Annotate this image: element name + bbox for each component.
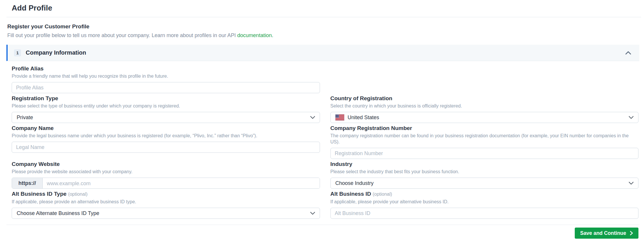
company-registration-number-helper: The company registration number can be f… bbox=[330, 133, 639, 145]
field-alt-business-id: Alt Business ID (optional) If applicable… bbox=[330, 190, 639, 219]
field-country-of-registration: Country of Registration Select the count… bbox=[330, 95, 639, 123]
company-website-input[interactable] bbox=[43, 178, 320, 189]
profile-alias-input[interactable] bbox=[12, 82, 320, 93]
footer-actions: Save and Continue bbox=[0, 225, 644, 239]
field-industry: Industry Please select the industry that… bbox=[330, 161, 639, 189]
us-flag-icon bbox=[335, 115, 344, 120]
company-registration-number-label: Company Registration Number bbox=[330, 125, 639, 131]
field-alt-business-id-type: Alt Business ID Type (optional) If appli… bbox=[12, 190, 320, 219]
industry-helper: Please select the industry that best fit… bbox=[330, 169, 639, 175]
optional-tag: (optional) bbox=[68, 192, 88, 197]
alt-business-id-type-select[interactable]: Choose Alternate Business ID Type bbox=[12, 208, 320, 219]
alt-business-id-label: Alt Business ID (optional) bbox=[330, 190, 639, 197]
alt-business-id-helper: If applicable, please provide your alter… bbox=[330, 199, 639, 205]
company-name-input[interactable] bbox=[12, 142, 320, 153]
profile-alias-label: Profile Alias bbox=[12, 65, 320, 72]
save-button-label: Save and Continue bbox=[580, 230, 626, 236]
title-divider bbox=[6, 17, 641, 17]
chevron-up-icon[interactable] bbox=[625, 51, 631, 55]
intro-description: Fill out your profile below to tell us m… bbox=[7, 32, 237, 38]
field-company-name: Company Name Provide the legal business … bbox=[12, 125, 320, 159]
chevron-down-icon bbox=[629, 116, 633, 119]
company-website-label: Company Website bbox=[12, 161, 320, 167]
registration-type-select[interactable]: Private bbox=[12, 112, 320, 123]
registration-type-helper: Please select the type of business entit… bbox=[12, 103, 320, 109]
field-company-website: Company Website Please provide the websi… bbox=[12, 161, 320, 189]
field-company-registration-number: Company Registration Number The company … bbox=[330, 125, 639, 159]
alt-business-id-type-value: Choose Alternate Business ID Type bbox=[17, 210, 307, 216]
company-information-form: Profile Alias Provide a friendly name th… bbox=[0, 61, 644, 219]
documentation-link[interactable]: documentation. bbox=[237, 32, 273, 38]
alt-business-id-type-label: Alt Business ID Type (optional) bbox=[12, 190, 320, 197]
optional-tag: (optional) bbox=[373, 192, 392, 197]
registration-type-value: Private bbox=[17, 115, 307, 121]
save-and-continue-button[interactable]: Save and Continue bbox=[575, 228, 638, 239]
alt-business-id-type-helper: If applicable, please provide an alterna… bbox=[12, 199, 320, 205]
intro-heading: Register your Customer Profile bbox=[7, 23, 644, 30]
chevron-down-icon bbox=[310, 116, 315, 119]
chevron-right-icon bbox=[630, 231, 633, 235]
url-prefix: https:// bbox=[12, 178, 43, 188]
country-of-registration-helper: Select the country in which your busines… bbox=[330, 103, 639, 109]
registration-type-label: Registration Type bbox=[12, 95, 320, 102]
alt-business-id-input[interactable] bbox=[330, 208, 639, 219]
step-number-badge: 1 bbox=[14, 49, 21, 56]
industry-label: Industry bbox=[330, 161, 639, 167]
section-header-company-information[interactable]: 1 Company Information bbox=[6, 45, 639, 61]
intro-subtitle: Fill out your profile below to tell us m… bbox=[7, 32, 644, 39]
company-registration-number-input[interactable] bbox=[330, 148, 639, 159]
country-of-registration-label: Country of Registration bbox=[330, 95, 639, 102]
company-name-label: Company Name bbox=[12, 125, 320, 131]
empty-cell bbox=[330, 65, 639, 93]
country-of-registration-value: United States bbox=[348, 115, 626, 121]
company-name-helper: Provide the legal business name under wh… bbox=[12, 133, 320, 139]
company-website-helper: Please provide the website associated wi… bbox=[12, 169, 320, 175]
section-title: Company Information bbox=[26, 49, 86, 56]
industry-select[interactable]: Choose Industry bbox=[330, 178, 639, 189]
country-of-registration-select[interactable]: United States bbox=[330, 112, 639, 123]
field-profile-alias: Profile Alias Provide a friendly name th… bbox=[12, 65, 320, 93]
company-website-input-group: https:// bbox=[12, 178, 320, 189]
page-title: Add Profile bbox=[12, 3, 644, 13]
profile-alias-helper: Provide a friendly name that will help y… bbox=[12, 73, 320, 79]
intro-block: Register your Customer Profile Fill out … bbox=[7, 23, 644, 39]
chevron-down-icon bbox=[629, 182, 633, 185]
chevron-down-icon bbox=[310, 212, 315, 215]
field-registration-type: Registration Type Please select the type… bbox=[12, 95, 320, 123]
industry-value: Choose Industry bbox=[335, 180, 626, 186]
